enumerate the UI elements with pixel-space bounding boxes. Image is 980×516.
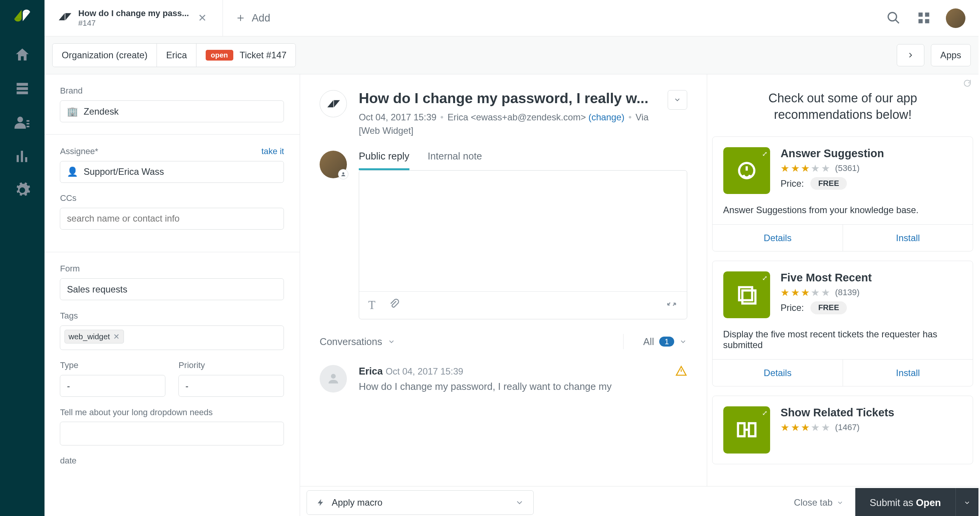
building-icon: 🏢 xyxy=(67,106,78,117)
tab-title: How do I change my pass... xyxy=(78,8,189,19)
assignee-select[interactable]: 👤 Support/Erica Wass xyxy=(60,161,284,183)
all-filter-dropdown[interactable]: All 1 xyxy=(643,336,687,347)
nav-views-icon[interactable] xyxy=(13,79,31,98)
type-select[interactable]: - xyxy=(60,375,165,397)
tab-internal-note[interactable]: Internal note xyxy=(427,151,482,170)
agent-avatar xyxy=(320,151,347,178)
ticket-meta: Oct 04, 2017 15:39•Erica <ewass+ab@zende… xyxy=(359,110,656,138)
take-it-link[interactable]: take it xyxy=(261,146,284,156)
app-card: ⤢ Show Related Tickets ★★★★★(1467) xyxy=(712,396,973,464)
priority-label: Priority xyxy=(178,360,284,370)
apply-macro-button[interactable]: Apply macro xyxy=(307,490,534,515)
app-details-link[interactable]: Details xyxy=(713,225,843,251)
expand-ticket-button[interactable] xyxy=(897,44,924,66)
long-dropdown-input[interactable] xyxy=(60,422,284,445)
svg-rect-16 xyxy=(742,291,755,304)
app-card: ⤢ Five Most Recent ★★★★★(8139) Price:FRE… xyxy=(712,261,973,386)
warning-icon[interactable] xyxy=(675,365,687,392)
convo-body: How do I change my password, I really wa… xyxy=(359,381,612,392)
app-logo-icon: ⤢ xyxy=(723,406,770,453)
brand-select[interactable]: 🏢 Zendesk xyxy=(60,100,284,122)
tags-input[interactable]: web_widget ✕ xyxy=(60,325,284,350)
nav-settings-icon[interactable] xyxy=(13,181,31,200)
tag-chip[interactable]: web_widget ✕ xyxy=(64,330,124,343)
tab-public-reply[interactable]: Public reply xyxy=(359,151,409,170)
conversation-count: 1 xyxy=(659,337,674,347)
submit-button[interactable]: Submit as Open xyxy=(855,488,955,516)
ticket-title: How do I change my password, I really w.… xyxy=(359,90,656,107)
submit-dropdown[interactable] xyxy=(955,488,978,516)
apps-grid-icon[interactable] xyxy=(916,10,932,26)
ticket-tab[interactable]: How do I change my pass... #147 ✕ xyxy=(45,0,223,36)
tab-close-icon[interactable]: ✕ xyxy=(196,9,210,27)
format-text-icon[interactable]: T xyxy=(368,299,376,312)
app-rating: ★★★★★(1467) xyxy=(780,422,894,433)
app-logo-icon: ⤢ xyxy=(723,147,770,194)
nav-reporting-icon[interactable] xyxy=(13,147,31,166)
tag-chip-label: web_widget xyxy=(69,332,110,341)
requester-org-icon xyxy=(320,90,347,117)
svg-rect-6 xyxy=(918,13,922,17)
app-install-link[interactable]: Install xyxy=(843,225,973,251)
convo-author: Erica xyxy=(359,366,383,376)
add-tab-label: Add xyxy=(252,12,270,24)
app-card: ⤢ Answer Suggestion ★★★★★(5361) Price:FR… xyxy=(712,136,973,251)
nav-customers-icon[interactable] xyxy=(13,113,31,132)
form-label: Form xyxy=(60,264,284,274)
apps-toggle-button[interactable]: Apps xyxy=(931,44,971,66)
long-dropdown-label: Tell me about your long dropdown needs xyxy=(60,408,284,417)
svg-point-2 xyxy=(17,117,23,123)
crumb-user[interactable]: Erica xyxy=(157,44,196,66)
crumb-ticket-label: Ticket #147 xyxy=(240,50,287,61)
brand-value: Zendesk xyxy=(84,106,119,117)
change-requester-link[interactable]: (change) xyxy=(589,112,625,122)
svg-point-12 xyxy=(342,172,344,174)
svg-point-5 xyxy=(888,13,897,21)
priority-select[interactable]: - xyxy=(178,375,284,397)
tag-remove-icon[interactable]: ✕ xyxy=(113,332,120,341)
agent-badge-icon xyxy=(338,169,348,179)
svg-marker-11 xyxy=(334,100,340,107)
app-rating: ★★★★★(8139) xyxy=(780,287,872,298)
ccs-label: CCs xyxy=(60,193,284,203)
app-details-link[interactable]: Details xyxy=(713,360,843,386)
svg-rect-9 xyxy=(925,19,929,23)
refresh-apps-icon[interactable] xyxy=(963,78,972,90)
chevron-down-icon xyxy=(515,498,524,507)
app-description: Display the five most recent tickets the… xyxy=(713,329,973,360)
assignee-label: Assignee* xyxy=(60,146,98,156)
svg-rect-8 xyxy=(918,19,922,23)
profile-avatar[interactable] xyxy=(946,8,965,28)
form-value: Sales requests xyxy=(67,284,127,295)
expand-editor-icon[interactable] xyxy=(666,298,678,313)
ticket-actions-menu[interactable] xyxy=(668,90,687,110)
svg-point-13 xyxy=(331,374,335,378)
app-description: Answer Suggestions from your knowledge b… xyxy=(713,205,973,225)
crumb-organization[interactable]: Organization (create) xyxy=(53,44,157,66)
ccs-input[interactable] xyxy=(60,208,284,230)
conversations-dropdown[interactable]: Conversations xyxy=(320,336,395,347)
zendesk-logo[interactable] xyxy=(13,7,31,25)
add-tab-button[interactable]: Add xyxy=(223,0,283,36)
svg-rect-17 xyxy=(738,423,744,436)
attach-icon[interactable] xyxy=(388,298,400,313)
tags-label: Tags xyxy=(60,311,284,321)
svg-rect-18 xyxy=(749,423,755,436)
user-icon: 👤 xyxy=(67,166,78,177)
app-install-link[interactable]: Install xyxy=(843,360,973,386)
ccs-field[interactable] xyxy=(67,213,277,224)
conversation-item: Erica Oct 04, 2017 15:39 How do I change… xyxy=(300,356,707,401)
svg-marker-0 xyxy=(14,10,21,19)
price-badge: FREE xyxy=(810,177,847,190)
type-label: Type xyxy=(60,360,165,370)
crumb-ticket[interactable]: open Ticket #147 xyxy=(196,44,296,66)
nav-home-icon[interactable] xyxy=(13,46,31,64)
reply-editor[interactable] xyxy=(359,171,687,291)
search-icon[interactable] xyxy=(886,10,902,26)
convo-time: Oct 04, 2017 15:39 xyxy=(386,366,463,376)
brand-label: Brand xyxy=(60,86,284,96)
app-name: Show Related Tickets xyxy=(780,406,894,419)
form-select[interactable]: Sales requests xyxy=(60,278,284,300)
close-tab-button[interactable]: Close tab xyxy=(794,497,843,508)
svg-marker-10 xyxy=(327,100,333,107)
